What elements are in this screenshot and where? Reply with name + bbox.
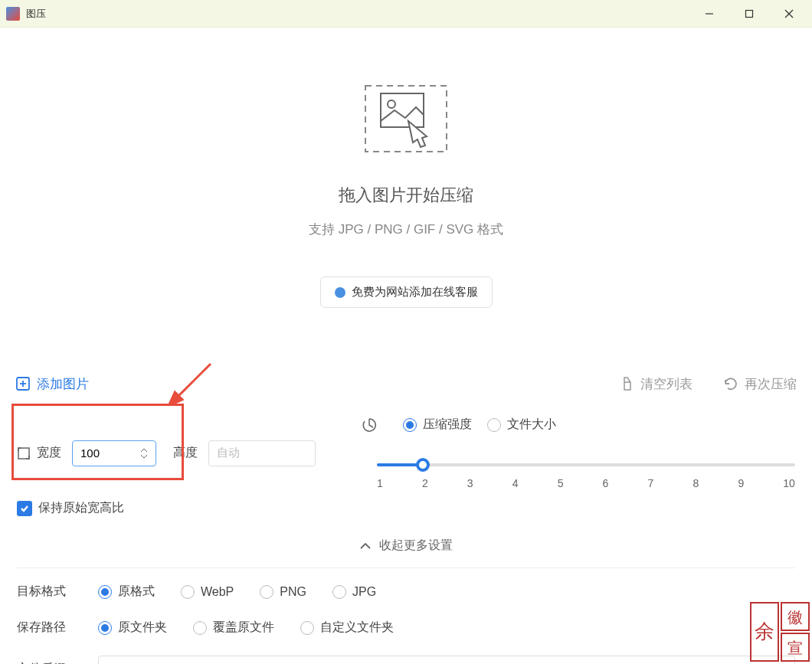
target-format-row: 目标格式 原格式WebPPNGJPG — [17, 584, 795, 600]
savepath-radio-2[interactable]: 自定义文件夹 — [300, 620, 394, 636]
promo-button[interactable]: 免费为网站添加在线客服 — [320, 276, 493, 308]
dropzone[interactable]: 拖入图片开始压缩 支持 JPG / PNG / GIF / SVG 格式 免费为… — [0, 28, 812, 365]
app-icon — [6, 7, 20, 21]
slider-ticks: 12345678910 — [377, 477, 795, 489]
compress-strength-radio[interactable]: 压缩强度 — [403, 417, 472, 433]
format-radio-WebP[interactable]: WebP — [181, 584, 234, 600]
minimize-button[interactable] — [699, 3, 720, 25]
width-label: 宽度 — [17, 445, 61, 461]
window-controls — [699, 3, 806, 25]
image-drop-icon — [364, 84, 448, 153]
width-input[interactable]: 100 — [72, 440, 156, 466]
format-radio-JPG[interactable]: JPG — [332, 584, 376, 600]
savepath-radio-1[interactable]: 覆盖原文件 — [193, 620, 274, 636]
app-title: 图压 — [26, 7, 699, 21]
svg-point-6 — [388, 100, 395, 108]
target-format-label: 目标格式 — [17, 584, 66, 600]
recompress-label: 再次压缩 — [745, 375, 797, 393]
svg-text:余: 余 — [755, 620, 774, 643]
svg-rect-4 — [365, 86, 447, 152]
promo-label: 免费为网站添加在线客服 — [352, 285, 478, 299]
height-label: 高度 — [173, 445, 198, 461]
maximize-button[interactable] — [738, 3, 760, 25]
clear-list-label: 清空列表 — [640, 375, 692, 393]
add-image-button[interactable]: 添加图片 — [15, 375, 89, 393]
svg-rect-11 — [18, 448, 29, 459]
suffix-label: 文件后缀 — [17, 661, 66, 665]
keep-ratio-checkbox[interactable]: 保持原始宽高比 — [17, 500, 124, 516]
suffix-row: 文件后缀 original_filename.jpg — [17, 656, 795, 664]
svg-rect-1 — [746, 10, 753, 17]
collapse-settings-button[interactable]: 收起更多设置 — [17, 532, 795, 568]
add-image-label: 添加图片 — [37, 375, 89, 393]
toolbar: 添加图片 清空列表 再次压缩 — [0, 365, 812, 403]
width-spinner[interactable] — [140, 447, 148, 460]
height-input[interactable]: 自动 — [208, 440, 316, 466]
close-button[interactable] — [778, 3, 800, 25]
chat-icon — [335, 287, 345, 298]
svg-text:宣: 宣 — [787, 639, 803, 656]
settings-panel: 宽度 100 高度 自动 压缩强度 文件大小 12345678910 保持原始宽… — [0, 403, 812, 664]
clear-list-button[interactable]: 清空列表 — [620, 375, 692, 393]
recompress-button[interactable]: 再次压缩 — [723, 375, 797, 393]
watermark-seal: 余 徽 宣 — [749, 601, 810, 662]
save-path-label: 保存路径 — [17, 620, 66, 636]
savepath-radio-0[interactable]: 原文件夹 — [98, 620, 167, 636]
svg-rect-5 — [381, 93, 424, 127]
compress-slider[interactable]: 12345678910 — [377, 448, 795, 489]
svg-text:徽: 徽 — [787, 609, 803, 626]
save-path-row: 保存路径 原文件夹覆盖原文件自定义文件夹 — [17, 620, 795, 636]
compress-icon — [362, 417, 377, 433]
dropzone-title: 拖入图片开始压缩 — [339, 184, 473, 207]
titlebar: 图压 — [0, 0, 812, 28]
filesize-radio[interactable]: 文件大小 — [487, 417, 556, 433]
suffix-input[interactable]: original_filename.jpg — [98, 656, 795, 664]
format-radio-原格式[interactable]: 原格式 — [98, 584, 155, 600]
format-radio-PNG[interactable]: PNG — [260, 584, 306, 600]
dropzone-subtitle: 支持 JPG / PNG / GIF / SVG 格式 — [309, 221, 503, 238]
